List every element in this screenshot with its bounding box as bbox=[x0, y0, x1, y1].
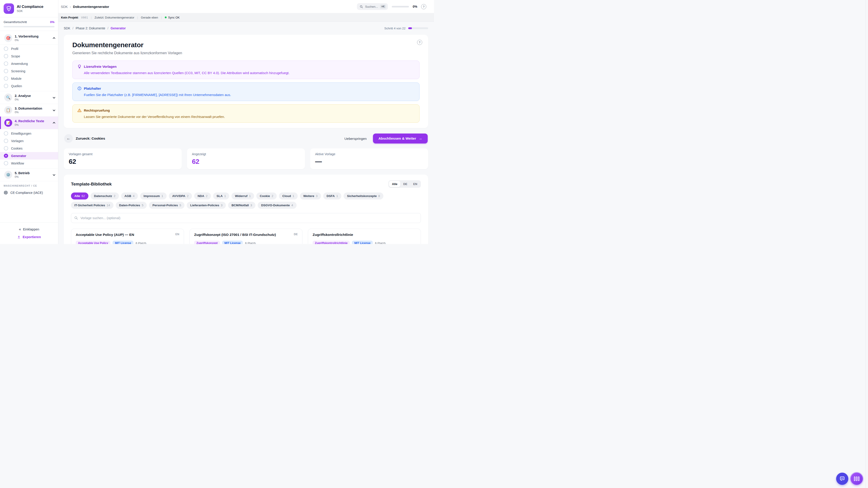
topbar-breadcrumb: SDK › Dokumentengenerator bbox=[61, 5, 109, 8]
sidebar-item-einwilligungen[interactable]: Einwilligungen bbox=[0, 130, 58, 137]
page-subtitle: Generieren Sie rechtliche Dokumente aus … bbox=[72, 51, 420, 55]
filter-chip-it-sicherheit-policies[interactable]: IT-Sicherheit Policies14 bbox=[71, 202, 114, 209]
target-icon: 🎯 bbox=[4, 34, 12, 42]
app-subtitle: SDK bbox=[17, 9, 43, 13]
sidebar-item-scope[interactable]: Scope bbox=[0, 53, 58, 60]
license-badge: MIT License bbox=[352, 240, 373, 244]
sync-status: Sync OK bbox=[165, 16, 180, 19]
phase-percent: 0% bbox=[15, 39, 51, 42]
back-button[interactable]: ← Zurueck: Cookies bbox=[64, 134, 105, 143]
stat-value: — bbox=[315, 158, 423, 165]
lightbulb-icon bbox=[77, 64, 82, 69]
tab-de[interactable]: DE bbox=[400, 181, 410, 187]
tab-alle[interactable]: Alle bbox=[389, 181, 400, 187]
template-search-input[interactable] bbox=[71, 213, 421, 223]
filter-chip-alle[interactable]: Alle62 bbox=[71, 193, 88, 199]
breadcrumb-root[interactable]: SDK bbox=[61, 5, 68, 8]
alert-license: Lizenzfreie Vorlagen Alle verwendeten Te… bbox=[72, 61, 420, 79]
stat-card-active-template: Aktive Vorlage — bbox=[310, 149, 428, 169]
sidebar-nav: 🎯 1. Vorbereitung 0% Profil Scope Anwend… bbox=[0, 31, 58, 222]
placeholder-count: 6 Platzh. bbox=[375, 241, 386, 244]
overall-progress-value: 0% bbox=[50, 20, 55, 24]
template-card-aup[interactable]: Acceptable Use Policy (AUP) — EN EN Acce… bbox=[71, 229, 184, 244]
help-icon[interactable]: ? bbox=[417, 40, 422, 45]
filter-chip-dsgvo-dokumente[interactable]: DSGVO-Dokumente4 bbox=[258, 202, 296, 209]
radio-empty-icon bbox=[4, 84, 8, 88]
filter-chip-agb[interactable]: AGB4 bbox=[121, 193, 138, 199]
filter-chip-dsfa[interactable]: DSFA1 bbox=[323, 193, 342, 199]
last-saved-time: Gerade eben bbox=[141, 16, 158, 19]
tab-en[interactable]: EN bbox=[410, 181, 420, 187]
filter-chip-lieferanten-policies[interactable]: Lieferanten-Policies3 bbox=[187, 202, 226, 209]
breadcrumb-sdk[interactable]: SDK bbox=[64, 26, 70, 30]
double-chevron-left-icon: « bbox=[19, 227, 21, 231]
app-title: AI Compliance bbox=[17, 4, 43, 9]
breadcrumb-generator: Generator bbox=[111, 26, 126, 30]
template-card-zugriffskonzept[interactable]: Zugriffskonzept (ISO 27001 / BSI IT-Grun… bbox=[189, 229, 303, 244]
template-card-zugriffskontrollrichtlinie[interactable]: Zugriffskontrollrichtlinie Zugriffskontr… bbox=[308, 229, 421, 244]
sidebar-item-profil[interactable]: Profil bbox=[0, 45, 58, 53]
collapse-sidebar-button[interactable]: « Einklappen bbox=[0, 225, 58, 233]
sidebar-item-vorlagen[interactable]: Vorlagen bbox=[0, 137, 58, 144]
sidebar-phase-vorbereitung[interactable]: 🎯 1. Vorbereitung 0% bbox=[0, 32, 58, 44]
filter-chip-weitere[interactable]: Weitere3 bbox=[300, 193, 321, 199]
help-icon[interactable]: ? bbox=[421, 4, 426, 9]
filter-chip-impressum[interactable]: Impressum1 bbox=[140, 193, 166, 199]
filter-chip-datenschutz[interactable]: Datenschutz2 bbox=[91, 193, 119, 199]
filter-chip-nda[interactable]: NDA2 bbox=[194, 193, 211, 199]
filter-chips: Alle62 Datenschutz2 AGB4 Impressum1 AVV/… bbox=[71, 193, 421, 209]
breadcrumb-current: Dokumentengenerator bbox=[73, 5, 109, 8]
radio-empty-icon bbox=[4, 69, 8, 73]
filter-chip-bcm-notfall[interactable]: BCM/Notfall3 bbox=[228, 202, 255, 209]
filter-chip-personal-policies[interactable]: Personal-Policies5 bbox=[149, 202, 184, 209]
license-badge: MIT License bbox=[113, 240, 133, 244]
finish-next-button[interactable]: Abschliessen & Weiter → bbox=[373, 133, 428, 143]
language-tabs: Alle DE EN bbox=[388, 180, 421, 188]
wizard-nav-row: ← Zurueck: Cookies Ueberspringen Abschli… bbox=[64, 133, 428, 143]
filter-chip-sicherheitskonzepte[interactable]: Sicherheitskonzepte8 bbox=[344, 193, 383, 199]
category-tag: Zugriffskontrollrichtlinie bbox=[313, 240, 350, 244]
filter-chip-cloud[interactable]: Cloud1 bbox=[279, 193, 298, 199]
overall-progress-bar bbox=[4, 26, 55, 27]
gear-icon: ⚙️ bbox=[4, 171, 12, 179]
language-badge: EN bbox=[176, 232, 179, 236]
placeholder-count: 6 Platzh. bbox=[135, 241, 147, 244]
breadcrumb-phase2[interactable]: Phase 2: Dokumente bbox=[76, 26, 105, 30]
global-search-button[interactable]: Suchen... ⌘K bbox=[357, 3, 388, 10]
library-title: Template-Bibliothek bbox=[71, 182, 112, 187]
filter-chip-sla[interactable]: SLA1 bbox=[213, 193, 229, 199]
sidebar-item-screening[interactable]: Screening bbox=[0, 67, 58, 75]
page-title: Dokumentengenerator bbox=[72, 41, 420, 49]
radio-empty-icon bbox=[4, 139, 8, 143]
radio-empty-icon bbox=[4, 61, 8, 66]
skip-button[interactable]: Ueberspringen bbox=[344, 137, 367, 140]
sidebar-item-quellen[interactable]: Quellen bbox=[0, 82, 58, 90]
magnifier-icon: 🔍 bbox=[4, 94, 12, 101]
filter-chip-widerruf[interactable]: Widerruf1 bbox=[231, 193, 254, 199]
sidebar-item-cookies[interactable]: Cookies bbox=[0, 144, 58, 152]
sidebar-phase-dokumentation[interactable]: 📋 3. Dokumentation 0% bbox=[0, 104, 58, 117]
export-button[interactable]: Exportieren bbox=[0, 233, 58, 241]
sidebar-item-workflow[interactable]: Workflow bbox=[0, 160, 58, 167]
sidebar-item-ce-compliance[interactable]: CE-Compliance (IACE) bbox=[0, 188, 58, 197]
filter-chip-avv-dpa[interactable]: AVV/DPA2 bbox=[169, 193, 192, 199]
template-title: Zugriffskontrollrichtlinie bbox=[313, 232, 353, 237]
sidebar-item-anwendung[interactable]: Anwendung bbox=[0, 60, 58, 67]
sidebar-item-module[interactable]: Module bbox=[0, 75, 58, 82]
filter-chip-daten-policies[interactable]: Daten-Policies5 bbox=[116, 202, 147, 209]
alert-text: Lassen Sie generierte Dokumente vor der … bbox=[84, 114, 415, 119]
radio-empty-icon bbox=[4, 46, 8, 51]
template-library-card: Template-Bibliothek Alle DE EN Alle62 Da… bbox=[64, 175, 428, 244]
stat-card-total: Vorlagen gesamt 62 bbox=[64, 149, 182, 169]
sidebar-phase-analyse[interactable]: 🔍 2. Analyse 0% bbox=[0, 91, 58, 104]
radio-empty-icon bbox=[4, 161, 8, 165]
chevron-down-icon bbox=[53, 108, 55, 111]
radio-selected-icon bbox=[4, 154, 8, 158]
radio-empty-icon bbox=[4, 146, 8, 151]
sidebar-phase-rechtliche-texte[interactable]: 📝 4. Rechtliche Texte 0% bbox=[0, 117, 58, 129]
filter-chip-cookie[interactable]: Cookie2 bbox=[256, 193, 277, 199]
sidebar-phase-betrieb[interactable]: ⚙️ 5. Betrieb 0% bbox=[0, 168, 58, 181]
topbar: SDK › Dokumentengenerator Suchen... ⌘K 0… bbox=[58, 0, 434, 13]
sidebar-item-generator[interactable]: Generator bbox=[0, 152, 58, 160]
overall-progress: Gesamtfortschritt 0% bbox=[0, 18, 58, 31]
